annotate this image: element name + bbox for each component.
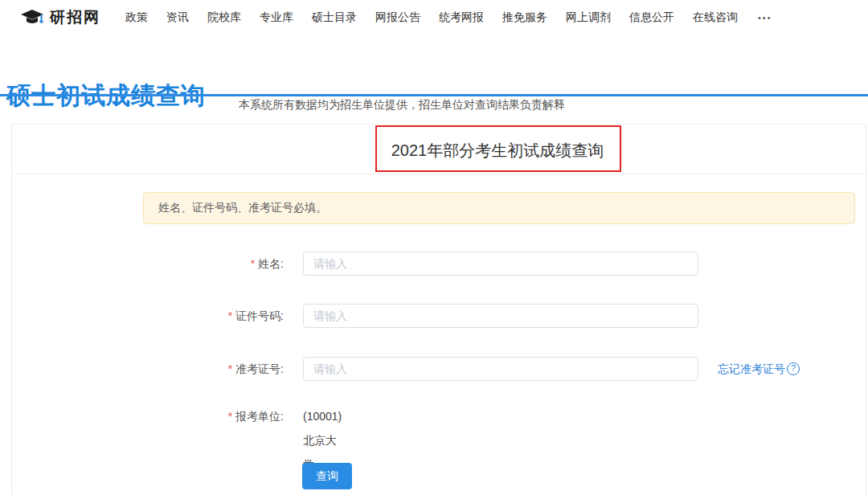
nav-item-master-catalog[interactable]: 硕士目录 (312, 10, 357, 25)
page-header: 硕士初试成绩查询 本系统所有数据均为招生单位提供，招生单位对查询结果负责解释 (0, 35, 868, 95)
nav-item-announcements[interactable]: 网报公告 (375, 10, 420, 25)
forgot-ticket-link[interactable]: 忘记准考证号 ? (718, 357, 800, 381)
nav-item-unified-exam[interactable]: 统考网报 (439, 10, 484, 25)
nav-item-exemption-service[interactable]: 推免服务 (502, 10, 547, 25)
name-label: *姓名: (125, 252, 284, 276)
nav-item-major-library[interactable]: 专业库 (260, 10, 293, 25)
required-mark: * (228, 410, 232, 423)
nav-item-online-consult[interactable]: 在线咨询 (693, 10, 738, 25)
notice-banner: 姓名、证件号码、准考证号必填。 (143, 192, 855, 224)
ticket-number-input[interactable] (303, 357, 698, 381)
id-number-input[interactable] (303, 304, 698, 328)
top-nav: 研招网 政策 资讯 院校库 专业库 硕士目录 网报公告 统考网报 推免服务 网上… (0, 0, 868, 35)
card-header: 2021年部分考生初试成绩查询 (12, 125, 866, 174)
nav-item-news[interactable]: 资讯 (166, 10, 189, 25)
page-subtitle: 本系统所有数据均为招生单位提供，招生单位对查询结果负责解释 (239, 98, 565, 112)
blue-divider (0, 94, 868, 96)
logo-text: 研招网 (50, 7, 100, 28)
unit-label: *报考单位: (125, 404, 284, 428)
notice-text: 姓名、证件号码、准考证号必填。 (158, 201, 327, 215)
required-mark: * (228, 309, 232, 322)
query-card: 2021年部分考生初试成绩查询 姓名、证件号码、准考证号必填。 *姓名: *证件… (11, 124, 866, 495)
nav-menu: 政策 资讯 院校库 专业库 硕士目录 网报公告 统考网报 推免服务 网上调剂 信… (125, 10, 772, 25)
nav-more-icon[interactable]: ••• (758, 13, 772, 22)
required-mark: * (228, 362, 232, 375)
graduation-cap-icon (20, 8, 44, 27)
site-logo[interactable]: 研招网 (20, 7, 100, 28)
page: 研招网 政策 资讯 院校库 专业库 硕士目录 网报公告 统考网报 推免服务 网上… (0, 0, 868, 495)
nav-item-policy[interactable]: 政策 (125, 10, 148, 25)
query-button[interactable]: 查询 (302, 463, 352, 489)
nav-item-college-library[interactable]: 院校库 (207, 10, 241, 25)
ticket-number-label: *准考证号: (125, 357, 284, 381)
nav-item-info-disclosure[interactable]: 信息公开 (629, 10, 674, 25)
card-title: 2021年部分考生初试成绩查询 (391, 140, 604, 162)
id-number-label: *证件号码: (125, 304, 284, 328)
help-circle-icon[interactable]: ? (787, 362, 800, 375)
required-mark: * (251, 257, 255, 270)
name-input[interactable] (303, 252, 698, 276)
nav-item-online-adjustment[interactable]: 网上调剂 (566, 10, 611, 25)
